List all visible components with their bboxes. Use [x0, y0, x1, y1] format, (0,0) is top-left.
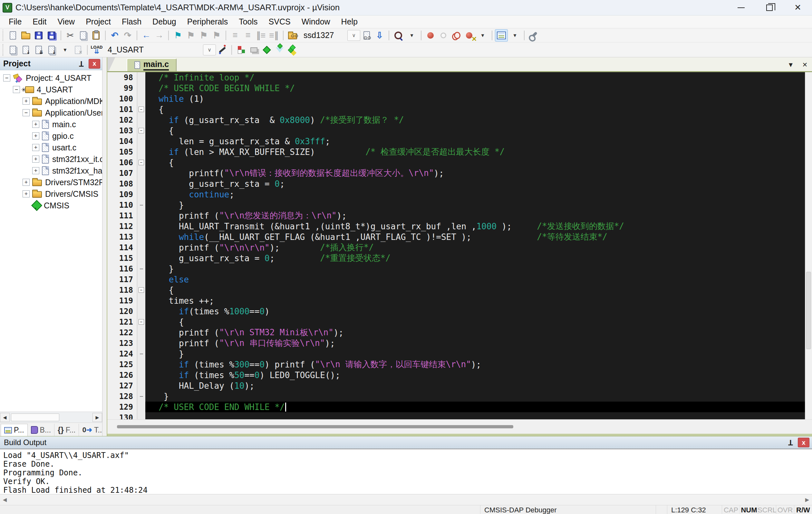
code-line[interactable]: 115 g_usart_rx_sta = 0; /*重置接受状态*/	[107, 253, 805, 264]
open-file-icon[interactable]	[19, 29, 32, 41]
code-line[interactable]: 117 else	[107, 274, 805, 285]
fold-margin[interactable]	[137, 306, 145, 316]
fold-margin[interactable]	[137, 200, 145, 210]
prev-bookmark-icon[interactable]: ⚑	[197, 29, 210, 41]
tree-item[interactable]: +Application/MDK	[0, 95, 102, 107]
redo-icon[interactable]: ↷	[121, 29, 134, 41]
download-icon[interactable]: LOAD ⇊	[90, 44, 103, 56]
fold-margin[interactable]	[137, 168, 145, 178]
expand-icon[interactable]: +	[23, 179, 30, 186]
fold-collapse-icon[interactable]: −	[139, 287, 144, 293]
breakpoints-dropdown-icon[interactable]: ▼	[476, 29, 489, 41]
fold-margin[interactable]	[137, 189, 145, 200]
close-button[interactable]: ✕	[784, 0, 812, 15]
save-all-icon[interactable]	[45, 29, 58, 41]
menu-flash[interactable]: Flash	[116, 17, 147, 26]
insert-breakpoint-icon[interactable]	[424, 29, 437, 41]
cut-icon[interactable]: ✂	[64, 29, 77, 41]
code-editor[interactable]: 98 /* Infinite loop */99 /* USER CODE BE…	[107, 72, 805, 419]
new-file-icon[interactable]	[6, 29, 19, 41]
tree-item[interactable]: +Drivers/CMSIS	[0, 188, 102, 200]
code-line[interactable]: 124 }	[107, 349, 805, 359]
find-in-files-icon[interactable]: ⊙⊙	[360, 29, 373, 41]
find-in-files-config-icon[interactable]: ⊙⊙	[286, 29, 299, 41]
rebuild-icon[interactable]: ⇊	[32, 44, 45, 56]
fold-collapse-icon[interactable]: −	[139, 160, 144, 165]
fold-margin[interactable]	[137, 412, 145, 419]
menu-peripherals[interactable]: Peripherals	[182, 17, 233, 26]
tree-item[interactable]: +stm32f1xx_ha	[0, 165, 102, 177]
project-hscrollbar[interactable]: ◀ ▶	[0, 412, 102, 423]
build-output-close-icon[interactable]: x	[798, 438, 809, 447]
fold-margin[interactable]: −	[137, 316, 145, 327]
fold-margin[interactable]	[137, 147, 145, 157]
navigate-back-icon[interactable]: ←	[140, 29, 153, 41]
fold-margin[interactable]	[137, 253, 145, 264]
code-line[interactable]: 111 printf ("\r\n您发送的消息为：\r\n");	[107, 210, 805, 221]
search-combo-dropdown[interactable]: ∨	[347, 30, 360, 41]
code-line[interactable]: 119 times ++;	[107, 295, 805, 306]
project-panel-close-icon[interactable]: x	[89, 59, 100, 69]
minimize-button[interactable]	[727, 0, 755, 15]
fold-margin[interactable]	[137, 221, 145, 232]
fold-margin[interactable]	[137, 136, 145, 147]
code-line[interactable]: 98 /* Infinite loop */	[107, 72, 805, 83]
tree-item[interactable]: −Application/User/	[0, 107, 102, 119]
manage-project-items-icon[interactable]	[248, 44, 260, 56]
menu-view[interactable]: View	[52, 17, 80, 26]
expand-icon[interactable]: +	[32, 156, 39, 163]
code-line[interactable]: 105 if (len > MAX_RX_BUFFER_SIZE) /* 检查缓…	[107, 147, 805, 157]
fold-collapse-icon[interactable]: −	[139, 319, 144, 325]
paste-icon[interactable]	[90, 29, 103, 41]
fold-collapse-icon[interactable]: −	[139, 128, 144, 133]
code-line[interactable]: 102 if (g_usart_rx_sta & 0x8000) /*接受到了数…	[107, 115, 805, 125]
fold-margin[interactable]	[137, 115, 145, 125]
tree-item[interactable]: −4_USART	[0, 84, 102, 95]
code-line[interactable]: 129 /* USER CODE END WHILE */	[107, 402, 805, 412]
fold-margin[interactable]: −	[137, 157, 145, 168]
collapse-icon[interactable]: −	[23, 109, 30, 116]
menu-help[interactable]: Help	[336, 17, 363, 26]
fold-margin[interactable]	[137, 264, 145, 274]
code-line[interactable]: 112 HAL_UART_Transmit (&huart1 ,(uint8_t…	[107, 221, 805, 232]
code-line[interactable]: 122 printf ("\r\n STM32 Mini板\r\n");	[107, 327, 805, 338]
close-tab-icon[interactable]: ✕	[798, 58, 812, 71]
code-line[interactable]: 126 if (times %50==0) LED0_TOGGLE();	[107, 370, 805, 380]
enable-disable-breakpoint-icon[interactable]	[437, 29, 450, 41]
menu-svcs[interactable]: SVCS	[263, 17, 296, 26]
copy-icon[interactable]	[77, 29, 90, 41]
build-output-log[interactable]: Load "4_USART\\4_USART.axf"Erase Done.Pr…	[0, 449, 812, 494]
target-select[interactable]: 4_USART	[103, 45, 203, 54]
expand-icon[interactable]: +	[23, 98, 30, 105]
undo-icon[interactable]: ↶	[108, 29, 121, 41]
fold-margin[interactable]	[137, 295, 145, 306]
editor-hscrollbar[interactable]	[107, 419, 812, 433]
editor-vscrollbar[interactable]	[805, 72, 812, 419]
code-line[interactable]: 109 continue;	[107, 189, 805, 200]
code-line[interactable]: 121− {	[107, 316, 805, 327]
code-line[interactable]: 125 if (times %300==0) printf ("\r\n 请输入…	[107, 359, 805, 370]
fold-margin[interactable]: −	[137, 125, 145, 136]
code-line[interactable]: 118− {	[107, 285, 805, 295]
code-line[interactable]: 108 g_usart_rx_sta = 0;	[107, 178, 805, 189]
fold-margin[interactable]: −	[137, 104, 145, 115]
code-line[interactable]: 114 printf ("\r\n\r\n"); /*插入换行*/	[107, 242, 805, 253]
code-line[interactable]: 99 /* USER CODE BEGIN WHILE */	[107, 83, 805, 93]
code-line[interactable]: 104 len = g_usart_rx_sta & 0x3fff;	[107, 136, 805, 147]
project-tree[interactable]: −Project: 4_USART−4_USART+Application/MD…	[0, 70, 102, 412]
code-line[interactable]: 128 }	[107, 391, 805, 402]
next-bookmark-icon[interactable]: ⚑	[184, 29, 197, 41]
menu-file[interactable]: File	[3, 17, 27, 26]
code-line[interactable]: 103− {	[107, 125, 805, 136]
manage-rte-icon[interactable]	[235, 44, 248, 56]
configure-icon[interactable]	[527, 29, 540, 41]
code-line[interactable]: 123 printf ("\r\n 串口传输实验\r\n");	[107, 338, 805, 349]
collapse-icon[interactable]: −	[3, 74, 10, 82]
build-icon[interactable]: ⇣	[19, 44, 32, 56]
fold-margin[interactable]	[137, 242, 145, 253]
menu-tools[interactable]: Tools	[233, 17, 263, 26]
tree-item[interactable]: −Project: 4_USART	[0, 72, 102, 84]
scroll-left-icon[interactable]: ◀	[1, 496, 9, 503]
code-line[interactable]: 116 }	[107, 264, 805, 274]
code-line[interactable]: 120 if(times %1000==0)	[107, 306, 805, 316]
